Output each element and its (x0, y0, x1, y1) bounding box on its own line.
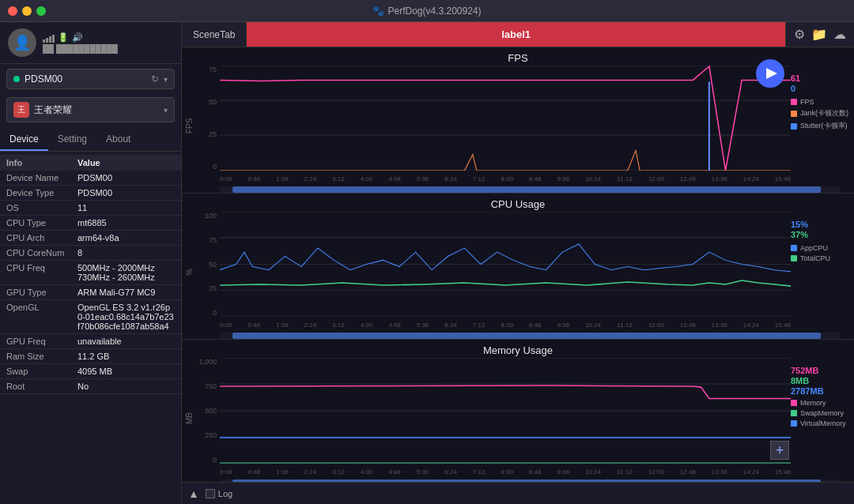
memory-chart-inner: 1,0007505002500 (196, 358, 854, 480)
memory-legend: 752MB 8MB 2787MB Memory SwapMemo (791, 366, 854, 430)
info-row-2: OS11 (0, 201, 181, 216)
info-key-1: Device Type (6, 188, 77, 197)
info-key-5: CPU CoreNum (6, 248, 77, 258)
fps-value-0: 0 (791, 84, 854, 93)
info-row-1: Device TypePDSM00 (0, 186, 181, 201)
label-tab: label1 (247, 22, 785, 47)
folder-icon[interactable]: 📁 (811, 27, 827, 42)
app-chevron-icon: ▾ (164, 106, 168, 115)
cpu-scrollbar[interactable] (220, 333, 840, 339)
memory-legend-label: Memory (800, 399, 826, 407)
signal-bar-3 (49, 36, 51, 43)
info-header-row: Info Value (0, 155, 181, 171)
log-checkbox[interactable]: Log (206, 489, 232, 498)
info-table: Info Value Device NamePDSM00Device TypeP… (0, 152, 181, 504)
fps-y-ticks: 7550250 (196, 66, 220, 171)
cpu-appcpu-value: 15% (791, 220, 854, 229)
fps-svg-area (220, 66, 791, 171)
app-selector[interactable]: 王 王者荣耀 ▾ (6, 97, 175, 122)
fps-legend-dot (791, 99, 797, 105)
memory-legend-virtual: VirtualMemory (791, 419, 854, 427)
info-row-7: GPU TypeARM Mali-G77 MC9 (0, 285, 181, 300)
fps-legend-jank: Jank(卡顿次数) (791, 108, 854, 118)
device-selector[interactable]: PDSM00 ↻ ▾ (6, 69, 175, 89)
info-val-4: arm64-v8a (77, 233, 175, 243)
cloud-icon[interactable]: ☁ (833, 27, 846, 42)
content-topbar: SceneTab label1 ⚙ 📁 ☁ (182, 22, 854, 47)
info-row-5: CPU CoreNum8 (0, 246, 181, 261)
cpu-svg-area (220, 212, 791, 317)
signal-bars (43, 32, 55, 43)
appcpu-label: AppCPU (800, 244, 828, 252)
memory-value: 752MB (791, 366, 854, 375)
topbar-icons: ⚙ 📁 ☁ (785, 22, 854, 47)
fps-value-61: 61 (791, 73, 854, 83)
cpu-legend-app: AppCPU (791, 244, 854, 252)
cpu-chart-section: CPU Usage % 1007550250 (182, 194, 854, 340)
info-key-12: Root (6, 382, 77, 391)
add-chart-button[interactable]: + (770, 441, 789, 460)
content-area: SceneTab label1 ⚙ 📁 ☁ FPS FPS (182, 22, 854, 504)
memory-svg-area (220, 358, 791, 464)
stutter-legend-dot (791, 123, 797, 130)
signal-bar-1 (43, 39, 45, 43)
memory-y-axis-label: MB (182, 358, 196, 480)
tab-about[interactable]: About (96, 129, 140, 151)
fps-legend-label: FPS (800, 98, 814, 106)
sidebar: 👤 🔋 🔊 ██ ███████████ PDSM00 (0, 22, 182, 504)
info-key-8: OpenGL (6, 303, 77, 331)
sidebar-tabs: Device Setting About (0, 129, 181, 152)
tab-setting[interactable]: Setting (48, 129, 96, 151)
fps-scrollbar[interactable] (220, 186, 840, 193)
settings-icon[interactable]: ⚙ (794, 27, 805, 42)
virtual-legend-label: VirtualMemory (800, 419, 846, 427)
battery-icon: 🔋 (58, 32, 69, 43)
device-name-text: PDSM00 (25, 73, 146, 85)
signal-bar-4 (52, 35, 55, 43)
play-button[interactable] (756, 59, 784, 88)
signal-bar-2 (46, 38, 48, 43)
titlebar-buttons (8, 6, 46, 16)
memory-chart-container: MB 1,0007505002500 (182, 358, 854, 480)
jank-legend-dot (791, 111, 797, 117)
fps-x-labels: 0:000:481:362:243:12 4:004:485:366:247:1… (220, 171, 791, 186)
totalcpu-dot (791, 255, 797, 261)
info-key-7: GPU Type (6, 288, 77, 297)
swap-legend-label: SwapMemory (800, 409, 844, 417)
maximize-button[interactable] (36, 6, 46, 16)
memory-y-ticks: 1,0007505002500 (196, 358, 220, 464)
fps-chart-inner: 7550250 (196, 66, 854, 186)
charts-area: FPS FPS 7550250 (182, 47, 854, 482)
swap-dot (791, 410, 797, 416)
memory-legend-swap: SwapMemory (791, 409, 854, 417)
scene-tab[interactable]: SceneTab (182, 22, 247, 47)
log-checkbox-box[interactable] (206, 489, 215, 498)
app-title: 🐾 PerfDog(v4.3.200924) (372, 6, 481, 17)
memory-scrollbar[interactable] (220, 480, 840, 482)
close-button[interactable] (8, 6, 17, 16)
info-key-0: Device Name (6, 173, 77, 182)
info-row-9: GPU Frequnavailable (0, 334, 181, 349)
info-key-9: GPU Freq (6, 337, 77, 346)
tab-device[interactable]: Device (0, 129, 48, 151)
info-row-8: OpenGLOpenGL ES 3.2 v1.r26p0-01eac0.68c1… (0, 300, 181, 334)
speaker-icon: 🔊 (72, 32, 83, 43)
memory-legend-mem: Memory (791, 399, 854, 407)
minimize-button[interactable] (22, 6, 32, 16)
info-val-11: 4095 MB (77, 367, 175, 376)
expand-button[interactable]: ▲ (188, 487, 199, 500)
log-label: Log (218, 489, 232, 498)
cpu-y-ticks: 1007550250 (196, 212, 220, 317)
info-row-6: CPU Freq500MHz - 2000MHz 730MHz - 2600MH… (0, 261, 181, 285)
info-row-10: Ram Size11.2 GB (0, 349, 181, 364)
device-status-dot (13, 76, 20, 82)
profile-icons: 🔋 🔊 (43, 32, 173, 43)
cpu-y-axis-label: % (182, 212, 196, 333)
memory-dot (791, 400, 797, 406)
refresh-icon[interactable]: ↻ (151, 73, 159, 85)
app-icon: 🐾 (372, 6, 384, 17)
info-key-10: Ram Size (6, 352, 77, 361)
fps-chart-section: FPS FPS 7550250 (182, 47, 854, 194)
cpu-scrollbar-inner (232, 333, 822, 339)
info-key-2: OS (6, 203, 77, 213)
